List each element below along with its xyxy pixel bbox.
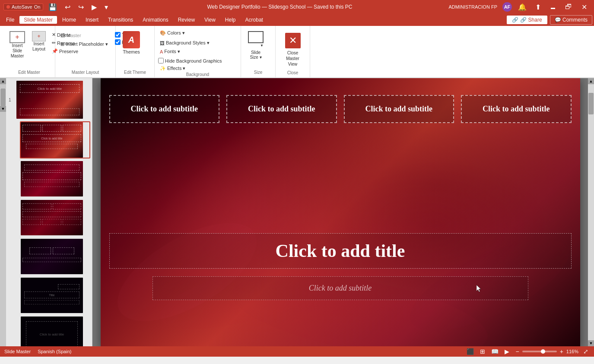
- undo-button[interactable]: ↩: [62, 2, 73, 12]
- menu-file[interactable]: File: [2, 16, 19, 24]
- right-scroll-thumb[interactable]: [588, 93, 594, 114]
- hide-bg-label: Hide Background Graphics: [165, 58, 222, 63]
- effects-button[interactable]: ✨ Effects ▾: [158, 65, 187, 72]
- document-title: Web Designer Portfolio — Slidesgo School…: [207, 4, 352, 10]
- effects-label: Effects ▾: [167, 66, 185, 71]
- zoom-out-button[interactable]: −: [514, 348, 520, 355]
- menu-animations[interactable]: Animations: [138, 16, 172, 24]
- zoom-slider[interactable]: [522, 351, 557, 352]
- insert-placeholder-button[interactable]: ⊞ Insert Placeholder ▾: [59, 41, 110, 48]
- slide-thumb-3[interactable]: [20, 160, 90, 197]
- insert-layout-label: InsertLayout: [32, 41, 45, 52]
- minimize-button[interactable]: 🗕: [547, 2, 559, 12]
- menu-transitions[interactable]: Transitions: [104, 16, 137, 24]
- present-button[interactable]: ▶: [89, 2, 99, 12]
- insert-layout-icon: +: [32, 31, 46, 41]
- subtitle-box-1[interactable]: Click to add subtitle: [109, 95, 220, 123]
- autosave-dot: [6, 5, 10, 9]
- themes-button[interactable]: A Themes: [119, 29, 143, 56]
- hide-bg-row[interactable]: Hide Background Graphics: [158, 58, 222, 63]
- status-left: Slide Master Spanish (Spain): [4, 349, 71, 354]
- normal-view-button[interactable]: ⬛: [465, 348, 475, 355]
- right-scroll-up[interactable]: ▲: [588, 78, 594, 84]
- window-close-button[interactable]: ✕: [578, 2, 591, 12]
- master-layout-label: Master Layout: [59, 70, 112, 76]
- slide-size-label2: Size ▾: [250, 55, 261, 60]
- slide-thumb-6[interactable]: Title: [20, 277, 90, 314]
- ribbon-toggle-button[interactable]: ⬆: [533, 2, 543, 12]
- slide-thumb-1[interactable]: 1 Click to add title: [16, 80, 90, 120]
- ribbon-group-close: ✕ CloseMaster View Close: [276, 26, 310, 77]
- insert-layout-button[interactable]: + InsertLayout: [29, 29, 48, 54]
- edit-theme-label: Edit Theme: [119, 70, 151, 76]
- subtitle-box-2[interactable]: Click to add subtitle: [226, 95, 337, 123]
- slide-inner-2: Click to add title: [21, 122, 83, 158]
- ribbon-tabs: + Insert SlideMaster + InsertLayout ✕ De…: [0, 26, 594, 78]
- ribbon-group-edit-master: + Insert SlideMaster + InsertLayout ✕ De…: [3, 26, 55, 77]
- insert-placeholder-label: Insert Placeholder ▾: [66, 41, 108, 47]
- master-disabled-button[interactable]: 🖼 Master: [59, 32, 110, 39]
- status-view: Slide Master: [4, 349, 31, 354]
- ribbon-buttons-close: ✕ CloseMaster View: [279, 28, 306, 70]
- insert-slide-master-button[interactable]: + Insert SlideMaster: [7, 29, 28, 60]
- customize-button[interactable]: ▾: [102, 2, 111, 12]
- menu-slide-master[interactable]: Slide Master: [19, 16, 57, 24]
- slide-canvas: Click to add subtitle Click to add subti…: [101, 78, 580, 346]
- insert-slide-master-label: Insert SlideMaster: [10, 43, 25, 59]
- hide-bg-checkbox[interactable]: [158, 58, 164, 63]
- main-area: ▲ ▼ 1 Click to add title: [0, 78, 594, 346]
- menu-acrobat[interactable]: Acrobat: [241, 16, 267, 24]
- user-avatar: AF: [502, 2, 512, 12]
- zoom-in-button[interactable]: +: [559, 348, 565, 355]
- comments-button[interactable]: 💬 Comments: [550, 15, 592, 25]
- subtitle-main-placeholder[interactable]: Click to add subtitle: [152, 276, 528, 300]
- close-label: Close: [279, 70, 306, 76]
- slide-inner-1: Click to add title: [16, 81, 83, 119]
- fit-window-button[interactable]: ⤢: [582, 348, 590, 355]
- slide-thumb-2[interactable]: Click to add title: [20, 121, 90, 158]
- fonts-button[interactable]: A Fonts ▾: [158, 48, 182, 55]
- title-placeholder[interactable]: Click to add title: [109, 233, 572, 269]
- scroll-thumb[interactable]: [0, 89, 6, 106]
- ribbon-group-size: Slide Size ▾ Size: [241, 26, 276, 77]
- themes-label: Themes: [123, 49, 140, 54]
- share-button[interactable]: 🔗 🔗 Share: [507, 16, 547, 24]
- slide-sorter-button[interactable]: ⊞: [479, 348, 486, 355]
- svg-point-2: [226, 259, 493, 346]
- scroll-down-arrow[interactable]: ▼: [0, 106, 6, 112]
- colors-button[interactable]: 🎨 Colors ▾: [158, 29, 187, 37]
- redo-button[interactable]: ↪: [76, 2, 86, 12]
- close-master-view-label: CloseMaster View: [283, 50, 302, 67]
- menu-view[interactable]: View: [200, 16, 220, 24]
- menu-insert[interactable]: Insert: [81, 16, 103, 24]
- subtitle-box-2-text: Click to add subtitle: [248, 104, 315, 114]
- menu-review[interactable]: Review: [174, 16, 199, 24]
- zoom-level: 116%: [566, 349, 578, 354]
- maximize-button[interactable]: 🗗: [562, 2, 575, 12]
- menu-help[interactable]: Help: [221, 16, 240, 24]
- scroll-up-arrow[interactable]: ▲: [0, 78, 6, 84]
- right-scroll-track: [588, 84, 594, 340]
- slide-size-button[interactable]: Slide Size ▾: [245, 29, 267, 61]
- subtitle-box-4[interactable]: Click to add subtitle: [461, 95, 572, 123]
- menu-home[interactable]: Home: [58, 16, 80, 24]
- slide-thumb-5[interactable]: [20, 238, 90, 275]
- slide-thumb-7[interactable]: Click to add title: [20, 316, 90, 346]
- right-scroll-down[interactable]: ▼: [588, 340, 594, 346]
- slideshow-button[interactable]: ▶: [503, 348, 511, 355]
- autosave-button[interactable]: AutoSave On: [3, 3, 43, 10]
- fonts-icon: A: [160, 49, 163, 54]
- save-button[interactable]: 💾: [46, 2, 60, 12]
- status-language: Spanish (Spain): [38, 349, 71, 354]
- close-master-view-button[interactable]: ✕ CloseMaster View: [279, 29, 306, 70]
- slide-thumb-4[interactable]: [20, 199, 90, 236]
- notification-button[interactable]: 🔔: [515, 2, 529, 12]
- autosave-label: AutoSave: [12, 4, 32, 9]
- subtitle-box-3[interactable]: Click to add subtitle: [344, 95, 454, 123]
- background-styles-button[interactable]: 🖼 Background Styles ▾: [158, 39, 211, 47]
- status-right: ⬛ ⊞ 📖 ▶ − + 116% ⤢: [465, 348, 590, 355]
- slide-size-label: Slide: [251, 50, 260, 55]
- master-label: Master: [67, 33, 81, 38]
- reading-view-button[interactable]: 📖: [490, 348, 500, 355]
- slide-panel: 1 Click to add title Click to add title: [6, 78, 92, 346]
